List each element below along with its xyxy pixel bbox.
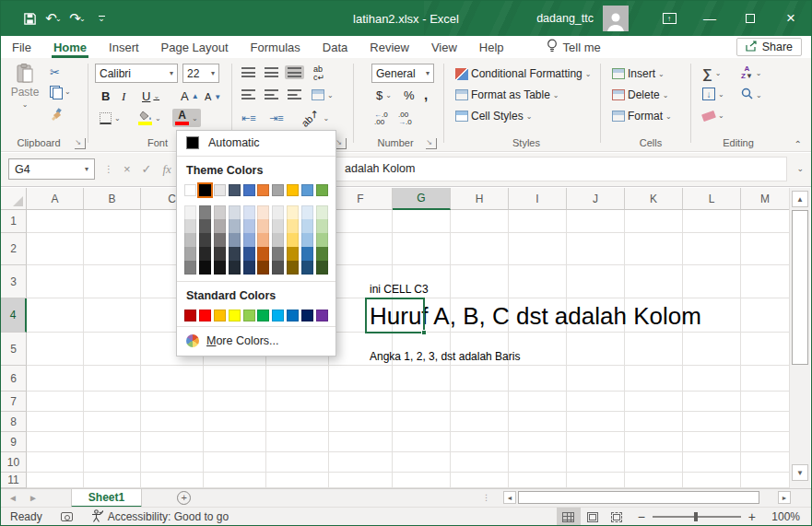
cell-K1[interactable]	[625, 210, 683, 233]
cell-G7[interactable]	[393, 392, 451, 412]
cell-M11[interactable]	[741, 473, 790, 488]
autosum-button[interactable]: ∑⌄	[700, 64, 724, 83]
theme-color-swatch-4472C4[interactable]	[243, 184, 255, 196]
cell-F4[interactable]	[329, 298, 393, 333]
cell-I9[interactable]	[509, 432, 567, 452]
cell-K8[interactable]	[625, 412, 683, 432]
bold-button[interactable]: B	[99, 88, 112, 105]
variant-swatch-9DC3E6[interactable]	[301, 233, 313, 247]
cell-H7[interactable]	[451, 392, 509, 412]
variant-swatch-808080[interactable]	[184, 261, 196, 275]
cell-E9[interactable]	[266, 432, 329, 452]
cell-K7[interactable]	[625, 392, 683, 412]
cell-I2[interactable]	[509, 233, 567, 265]
format-cells-button[interactable]: Format⌄	[609, 108, 675, 124]
column-header-H[interactable]: H	[451, 188, 509, 210]
increase-font-button[interactable]: A▲	[178, 88, 202, 105]
customize-qat-icon[interactable]: ⌄	[91, 6, 112, 30]
increase-indent-button[interactable]: ⇥≡	[266, 111, 287, 126]
cell-J7[interactable]	[567, 392, 625, 412]
format-as-table-button[interactable]: Format as Table⌄	[453, 87, 562, 103]
cell-B9[interactable]	[84, 432, 141, 452]
variant-swatch-161616[interactable]	[214, 261, 226, 275]
autosum-dropdown-icon[interactable]: ⌄	[715, 69, 722, 77]
font-color-dropdown-icon[interactable]: ⌄	[192, 114, 198, 123]
underline-button[interactable]: U⌄	[139, 88, 162, 105]
theme-color-swatch-70AD47[interactable]	[316, 184, 328, 196]
cell-F2[interactable]	[329, 233, 393, 265]
row-header-6[interactable]: 6	[1, 366, 27, 392]
macro-record-button[interactable]	[52, 512, 82, 521]
variant-swatch-8496B0[interactable]	[229, 233, 241, 247]
theme-color-swatch-000000[interactable]	[199, 184, 211, 196]
variant-swatch-A8D08D[interactable]	[316, 233, 328, 247]
increase-decimal-button[interactable]: ←.0.00	[371, 110, 391, 128]
cell-A6[interactable]	[27, 366, 84, 392]
cell-L1[interactable]	[683, 210, 741, 233]
row-header-3[interactable]: 3	[1, 265, 27, 298]
tab-review[interactable]: Review	[359, 36, 420, 58]
align-left-button[interactable]	[239, 88, 258, 101]
variant-swatch-D9E2F3[interactable]	[243, 205, 255, 219]
column-header-J[interactable]: J	[567, 188, 625, 210]
variant-swatch-C55A11[interactable]	[257, 247, 269, 261]
standard-color-swatch-002060[interactable]	[301, 310, 313, 321]
column-header-G[interactable]: G	[393, 188, 451, 210]
variant-swatch-8EAADB[interactable]	[243, 233, 255, 247]
enter-icon[interactable]: ✓	[142, 162, 152, 176]
cell-A10[interactable]	[27, 452, 84, 473]
cell-A8[interactable]	[27, 412, 84, 432]
ribbon-display-options-icon[interactable]: ↑	[649, 1, 689, 36]
formula-bar-expand-icon[interactable]: ⌄	[796, 164, 804, 173]
tab-file[interactable]: File	[1, 36, 42, 58]
cell-J9[interactable]	[567, 432, 625, 452]
variant-swatch-D6DCE4[interactable]	[229, 205, 241, 219]
orientation-dropdown-icon[interactable]: ⌄	[323, 114, 329, 123]
clipboard-dialog-launcher[interactable]: ↘	[75, 138, 86, 149]
cell-J1[interactable]	[567, 210, 625, 233]
variant-swatch-0C0C0C[interactable]	[199, 261, 211, 275]
row-header-1[interactable]: 1	[1, 210, 27, 233]
decrease-decimal-button[interactable]: .00→.0	[395, 110, 415, 128]
cell-G5[interactable]	[393, 333, 451, 366]
variant-swatch-EDEDED[interactable]	[272, 205, 284, 219]
cell-I3[interactable]	[509, 265, 567, 298]
variant-swatch-FFF2CC[interactable]	[287, 205, 299, 219]
zoom-in-icon[interactable]: +	[748, 509, 756, 524]
undo-button[interactable]: ↶⌄	[43, 6, 64, 30]
theme-color-swatch-44546A[interactable]	[229, 184, 241, 196]
row-header-9[interactable]: 9	[1, 432, 27, 452]
cell-A3[interactable]	[27, 265, 84, 298]
cell-C10[interactable]	[141, 452, 204, 473]
cell-B10[interactable]	[84, 452, 141, 473]
cell-H8[interactable]	[451, 412, 509, 432]
page-break-view-button[interactable]	[605, 508, 629, 526]
cell-D11[interactable]	[204, 473, 266, 488]
comma-button[interactable]: ,	[421, 85, 430, 104]
cell-B1[interactable]	[84, 210, 141, 233]
align-center-button[interactable]	[262, 88, 281, 101]
number-format-combo[interactable]: General▾	[371, 64, 434, 83]
cell-K11[interactable]	[625, 473, 683, 488]
cell-H9[interactable]	[451, 432, 509, 452]
variant-swatch-595959[interactable]	[199, 219, 211, 233]
theme-color-swatch-A5A5A5[interactable]	[272, 184, 284, 196]
scroll-up-icon[interactable]: ▲	[792, 191, 808, 207]
variant-swatch-7F6000[interactable]	[287, 261, 299, 275]
cell-F10[interactable]	[329, 452, 393, 473]
tab-data[interactable]: Data	[312, 36, 359, 58]
horizontal-scrollbar[interactable]: ◄ ►	[503, 491, 791, 505]
variant-swatch-2F5496[interactable]	[243, 247, 255, 261]
user-name[interactable]: dadang_ttc	[536, 12, 594, 25]
italic-button[interactable]: I	[119, 88, 128, 106]
align-right-button[interactable]	[285, 88, 304, 101]
cell-H6[interactable]	[451, 366, 509, 392]
cell-I10[interactable]	[509, 452, 567, 473]
cell-M8[interactable]	[741, 412, 790, 432]
cell-I11[interactable]	[509, 473, 567, 488]
redo-button[interactable]: ↷⌄	[67, 6, 88, 30]
variant-swatch-D0CECE[interactable]	[214, 205, 226, 219]
row-header-7[interactable]: 7	[1, 392, 27, 412]
cell-A1[interactable]	[27, 210, 84, 233]
cell-I4[interactable]	[509, 298, 567, 333]
